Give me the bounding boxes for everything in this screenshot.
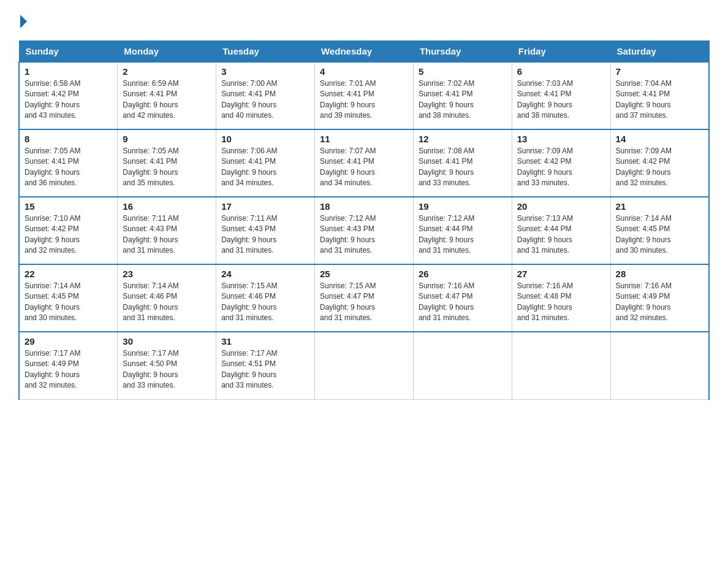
calendar-cell — [315, 332, 414, 399]
calendar-cell — [413, 332, 512, 399]
day-info: Sunrise: 7:00 AMSunset: 4:41 PMDaylight:… — [221, 79, 277, 120]
day-info: Sunrise: 7:04 AMSunset: 4:41 PMDaylight:… — [616, 79, 672, 120]
day-info: Sunrise: 7:15 AMSunset: 4:46 PMDaylight:… — [221, 282, 277, 322]
day-number: 22 — [25, 269, 112, 279]
day-number: 23 — [123, 269, 211, 279]
week-row-5: 29 Sunrise: 7:17 AMSunset: 4:49 PMDaylig… — [19, 332, 709, 399]
calendar-cell: 12 Sunrise: 7:08 AMSunset: 4:41 PMDaylig… — [413, 129, 512, 197]
day-info: Sunrise: 7:08 AMSunset: 4:41 PMDaylight:… — [419, 147, 474, 187]
calendar-cell: 25 Sunrise: 7:15 AMSunset: 4:47 PMDaylig… — [315, 264, 414, 332]
day-number: 31 — [221, 336, 309, 347]
calendar-cell: 18 Sunrise: 7:12 AMSunset: 4:43 PMDaylig… — [315, 197, 414, 264]
day-number: 4 — [320, 66, 408, 77]
day-number: 10 — [221, 134, 309, 144]
day-number: 28 — [616, 269, 703, 279]
calendar-cell: 11 Sunrise: 7:07 AMSunset: 4:41 PMDaylig… — [315, 129, 414, 197]
calendar-cell: 8 Sunrise: 7:05 AMSunset: 4:41 PMDayligh… — [19, 129, 118, 197]
calendar-cell: 27 Sunrise: 7:16 AMSunset: 4:48 PMDaylig… — [512, 264, 610, 332]
day-info: Sunrise: 7:15 AMSunset: 4:47 PMDaylight:… — [320, 282, 376, 322]
week-row-2: 8 Sunrise: 7:05 AMSunset: 4:41 PMDayligh… — [19, 129, 709, 197]
calendar-cell: 20 Sunrise: 7:13 AMSunset: 4:44 PMDaylig… — [512, 197, 610, 264]
calendar-table: SundayMondayTuesdayWednesdayThursdayFrid… — [18, 40, 710, 400]
calendar-cell: 30 Sunrise: 7:17 AMSunset: 4:50 PMDaylig… — [118, 332, 216, 399]
day-info: Sunrise: 7:02 AMSunset: 4:41 PMDaylight:… — [419, 79, 474, 120]
calendar-cell: 28 Sunrise: 7:16 AMSunset: 4:49 PMDaylig… — [610, 264, 709, 332]
day-number: 6 — [517, 66, 605, 77]
calendar-cell: 5 Sunrise: 7:02 AMSunset: 4:41 PMDayligh… — [413, 62, 512, 129]
calendar-cell: 4 Sunrise: 7:01 AMSunset: 4:41 PMDayligh… — [315, 62, 414, 129]
day-info: Sunrise: 7:10 AMSunset: 4:42 PMDaylight:… — [25, 214, 80, 255]
day-number: 9 — [123, 134, 211, 144]
day-info: Sunrise: 7:03 AMSunset: 4:41 PMDaylight:… — [517, 79, 573, 120]
col-header-tuesday: Tuesday — [216, 41, 315, 63]
calendar-cell: 17 Sunrise: 7:11 AMSunset: 4:43 PMDaylig… — [216, 197, 315, 264]
week-row-4: 22 Sunrise: 7:14 AMSunset: 4:45 PMDaylig… — [19, 264, 709, 332]
day-info: Sunrise: 7:17 AMSunset: 4:51 PMDaylight:… — [221, 349, 277, 389]
day-info: Sunrise: 7:11 AMSunset: 4:43 PMDaylight:… — [221, 214, 277, 255]
day-info: Sunrise: 7:06 AMSunset: 4:41 PMDaylight:… — [221, 147, 277, 187]
day-number: 13 — [517, 134, 605, 144]
calendar-cell: 9 Sunrise: 7:05 AMSunset: 4:41 PMDayligh… — [118, 129, 216, 197]
day-number: 18 — [320, 201, 408, 212]
day-number: 11 — [320, 134, 408, 144]
day-number: 19 — [419, 201, 507, 212]
logo — [18, 16, 27, 29]
day-info: Sunrise: 6:58 AMSunset: 4:42 PMDaylight:… — [25, 79, 80, 120]
calendar-cell: 7 Sunrise: 7:04 AMSunset: 4:41 PMDayligh… — [610, 62, 709, 129]
day-info: Sunrise: 7:17 AMSunset: 4:50 PMDaylight:… — [123, 349, 178, 389]
page-header — [18, 12, 710, 29]
day-info: Sunrise: 7:07 AMSunset: 4:41 PMDaylight:… — [320, 147, 376, 187]
day-number: 29 — [25, 336, 112, 347]
day-number: 21 — [616, 201, 703, 212]
day-number: 20 — [517, 201, 605, 212]
calendar-cell: 23 Sunrise: 7:14 AMSunset: 4:46 PMDaylig… — [118, 264, 216, 332]
day-info: Sunrise: 7:16 AMSunset: 4:47 PMDaylight:… — [419, 282, 474, 322]
calendar-cell: 3 Sunrise: 7:00 AMSunset: 4:41 PMDayligh… — [216, 62, 315, 129]
calendar-header-row: SundayMondayTuesdayWednesdayThursdayFrid… — [19, 41, 709, 63]
day-number: 1 — [25, 66, 112, 77]
calendar-cell: 2 Sunrise: 6:59 AMSunset: 4:41 PMDayligh… — [118, 62, 216, 129]
day-info: Sunrise: 7:01 AMSunset: 4:41 PMDaylight:… — [320, 79, 376, 120]
day-number: 5 — [419, 66, 507, 77]
calendar-cell — [512, 332, 610, 399]
day-info: Sunrise: 7:13 AMSunset: 4:44 PMDaylight:… — [517, 214, 573, 255]
calendar-cell: 16 Sunrise: 7:11 AMSunset: 4:43 PMDaylig… — [118, 197, 216, 264]
calendar-cell: 10 Sunrise: 7:06 AMSunset: 4:41 PMDaylig… — [216, 129, 315, 197]
day-number: 8 — [25, 134, 112, 144]
day-info: Sunrise: 7:14 AMSunset: 4:45 PMDaylight:… — [616, 214, 672, 255]
day-number: 12 — [419, 134, 507, 144]
day-number: 7 — [616, 66, 703, 77]
day-info: Sunrise: 7:09 AMSunset: 4:42 PMDaylight:… — [616, 147, 672, 187]
day-info: Sunrise: 7:14 AMSunset: 4:45 PMDaylight:… — [25, 282, 80, 322]
logo-arrow-icon — [20, 15, 27, 28]
col-header-sunday: Sunday — [19, 41, 118, 63]
day-info: Sunrise: 7:12 AMSunset: 4:44 PMDaylight:… — [419, 214, 474, 255]
day-info: Sunrise: 7:14 AMSunset: 4:46 PMDaylight:… — [123, 282, 178, 322]
day-number: 3 — [221, 66, 309, 77]
day-number: 24 — [221, 269, 309, 279]
col-header-saturday: Saturday — [610, 41, 709, 63]
day-number: 17 — [221, 201, 309, 212]
day-number: 27 — [517, 269, 605, 279]
calendar-cell: 19 Sunrise: 7:12 AMSunset: 4:44 PMDaylig… — [413, 197, 512, 264]
calendar-cell: 24 Sunrise: 7:15 AMSunset: 4:46 PMDaylig… — [216, 264, 315, 332]
day-info: Sunrise: 7:09 AMSunset: 4:42 PMDaylight:… — [517, 147, 573, 187]
day-number: 26 — [419, 269, 507, 279]
day-info: Sunrise: 7:12 AMSunset: 4:43 PMDaylight:… — [320, 214, 376, 255]
day-info: Sunrise: 7:17 AMSunset: 4:49 PMDaylight:… — [25, 349, 80, 389]
day-number: 15 — [25, 201, 112, 212]
day-number: 2 — [123, 66, 211, 77]
calendar-cell: 31 Sunrise: 7:17 AMSunset: 4:51 PMDaylig… — [216, 332, 315, 399]
calendar-cell: 29 Sunrise: 7:17 AMSunset: 4:49 PMDaylig… — [19, 332, 118, 399]
calendar-cell — [610, 332, 709, 399]
day-number: 16 — [123, 201, 211, 212]
calendar-cell: 22 Sunrise: 7:14 AMSunset: 4:45 PMDaylig… — [19, 264, 118, 332]
day-number: 30 — [123, 336, 211, 347]
col-header-monday: Monday — [118, 41, 216, 63]
calendar-cell: 6 Sunrise: 7:03 AMSunset: 4:41 PMDayligh… — [512, 62, 610, 129]
week-row-3: 15 Sunrise: 7:10 AMSunset: 4:42 PMDaylig… — [19, 197, 709, 264]
col-header-friday: Friday — [512, 41, 610, 63]
col-header-wednesday: Wednesday — [315, 41, 414, 63]
day-info: Sunrise: 7:16 AMSunset: 4:48 PMDaylight:… — [517, 282, 573, 322]
week-row-1: 1 Sunrise: 6:58 AMSunset: 4:42 PMDayligh… — [19, 62, 709, 129]
